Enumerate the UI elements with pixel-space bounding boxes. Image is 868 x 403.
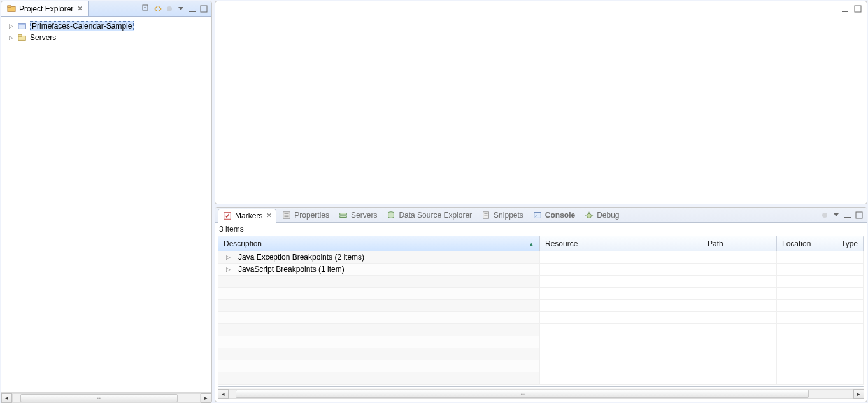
svg-rect-1 bbox=[8, 5, 11, 7]
tab-label: Debug bbox=[597, 211, 619, 220]
debug-icon bbox=[584, 210, 594, 220]
svg-rect-19 bbox=[340, 215, 347, 217]
tab-label: Markers bbox=[235, 211, 262, 220]
tree-item-label: Primefaces-Calendar-Sample bbox=[30, 21, 134, 31]
bottom-toolbar bbox=[820, 210, 864, 220]
view-menu-icon[interactable] bbox=[176, 4, 186, 14]
tab-label: Properties bbox=[294, 211, 329, 220]
table-row bbox=[218, 324, 864, 336]
maximize-icon[interactable] bbox=[854, 210, 864, 220]
snippets-icon bbox=[481, 210, 491, 220]
svg-rect-6 bbox=[201, 6, 207, 12]
col-label: Location bbox=[782, 239, 811, 248]
tab-debug[interactable]: Debug bbox=[580, 209, 623, 222]
cell-description: Java Exception Breakpoints (2 items) bbox=[238, 253, 364, 262]
svg-point-25 bbox=[587, 213, 592, 218]
editor-controls bbox=[840, 4, 863, 14]
markers-table: Description ▴ Resource Path Location Typ… bbox=[218, 236, 864, 387]
datasource-icon bbox=[386, 210, 396, 220]
tab-snippets[interactable]: Snippets bbox=[477, 209, 527, 222]
expand-icon[interactable]: ▷ bbox=[226, 254, 232, 260]
link-editor-icon[interactable] bbox=[153, 4, 163, 14]
table-row bbox=[218, 276, 864, 288]
tab-properties[interactable]: Properties bbox=[278, 209, 333, 222]
table-header: Description ▴ Resource Path Location Typ… bbox=[218, 236, 864, 251]
explorer-hscrollbar[interactable]: ◂ ▸ bbox=[1, 392, 211, 403]
svg-point-4 bbox=[167, 6, 172, 11]
scroll-left-icon[interactable]: ◂ bbox=[1, 393, 12, 403]
table-row bbox=[218, 288, 864, 300]
tab-servers[interactable]: Servers bbox=[334, 209, 381, 222]
cell-description: JavaScript Breakpoints (1 item) bbox=[238, 265, 345, 274]
col-resource[interactable]: Resource bbox=[540, 236, 702, 251]
table-row bbox=[218, 336, 864, 348]
project-explorer-tabbar: Project Explorer ✕ bbox=[1, 1, 211, 17]
expand-icon[interactable]: ▷ bbox=[9, 23, 15, 29]
explorer-icon bbox=[6, 4, 17, 14]
project-icon bbox=[17, 21, 27, 31]
minimize-icon[interactable] bbox=[187, 4, 197, 14]
maximize-icon[interactable] bbox=[853, 4, 863, 14]
svg-rect-24 bbox=[534, 212, 541, 218]
tree-item-servers[interactable]: ▷ Servers bbox=[5, 32, 211, 43]
col-label: Resource bbox=[545, 239, 578, 248]
tab-label: Snippets bbox=[494, 211, 523, 220]
editor-area bbox=[215, 1, 867, 204]
col-location[interactable]: Location bbox=[777, 236, 836, 251]
maximize-icon[interactable] bbox=[199, 4, 209, 14]
tab-datasource[interactable]: Data Source Explorer bbox=[382, 209, 476, 222]
tab-console[interactable]: Console bbox=[529, 209, 579, 222]
right-column: Markers ✕ Properties Servers Data Source… bbox=[215, 0, 868, 403]
collapse-all-icon[interactable] bbox=[141, 4, 152, 14]
project-explorer-tab[interactable]: Project Explorer ✕ bbox=[1, 1, 89, 16]
markers-icon bbox=[222, 211, 232, 221]
col-path[interactable]: Path bbox=[702, 236, 777, 251]
tab-label: Data Source Explorer bbox=[399, 211, 472, 220]
tree-item-primefaces[interactable]: ▷ Primefaces-Calendar-Sample bbox=[5, 20, 211, 32]
scroll-track[interactable] bbox=[12, 393, 201, 403]
svg-rect-10 bbox=[18, 35, 22, 37]
table-row bbox=[218, 360, 864, 372]
tab-markers[interactable]: Markers ✕ bbox=[218, 209, 276, 223]
close-icon[interactable]: ✕ bbox=[266, 211, 272, 220]
focus-task-icon[interactable] bbox=[820, 210, 830, 220]
minimize-icon[interactable] bbox=[840, 4, 850, 14]
focus-task-icon[interactable] bbox=[164, 4, 174, 14]
sort-asc-icon: ▴ bbox=[530, 241, 533, 247]
table-row[interactable]: ▷JavaScript Breakpoints (1 item) bbox=[218, 264, 864, 276]
col-label: Type bbox=[841, 239, 858, 248]
tab-label: Servers bbox=[351, 211, 377, 220]
scroll-left-icon[interactable]: ◂ bbox=[218, 389, 229, 399]
table-row bbox=[218, 348, 864, 360]
table-row bbox=[218, 372, 864, 385]
svg-rect-11 bbox=[842, 11, 848, 12]
project-tree[interactable]: ▷ Primefaces-Calendar-Sample ▷ Servers bbox=[1, 17, 211, 392]
project-explorer-tab-label: Project Explorer bbox=[19, 4, 73, 13]
project-explorer-toolbar bbox=[141, 1, 211, 16]
items-count: 3 items bbox=[215, 223, 867, 236]
scroll-thumb[interactable] bbox=[236, 390, 809, 398]
svg-rect-30 bbox=[844, 217, 851, 218]
folder-icon bbox=[17, 32, 27, 43]
col-description[interactable]: Description ▴ bbox=[218, 236, 540, 251]
table-row bbox=[218, 300, 864, 312]
col-type[interactable]: Type bbox=[836, 236, 864, 251]
svg-rect-31 bbox=[856, 212, 862, 218]
servers-icon bbox=[338, 210, 348, 220]
scroll-right-icon[interactable]: ▸ bbox=[853, 389, 864, 399]
scroll-track[interactable] bbox=[229, 389, 853, 399]
minimize-icon[interactable] bbox=[843, 210, 853, 220]
svg-point-29 bbox=[822, 213, 827, 218]
table-row[interactable]: ▷Java Exception Breakpoints (2 items) bbox=[218, 251, 864, 264]
close-icon[interactable]: ✕ bbox=[77, 4, 83, 13]
expand-icon[interactable]: ▷ bbox=[226, 266, 232, 272]
properties-icon bbox=[281, 210, 292, 220]
table-row bbox=[218, 312, 864, 324]
view-menu-icon[interactable] bbox=[831, 210, 841, 220]
markers-hscrollbar[interactable]: ◂ ▸ bbox=[218, 388, 864, 399]
svg-rect-12 bbox=[855, 6, 861, 12]
expand-icon[interactable]: ▷ bbox=[9, 34, 15, 41]
table-body: ▷Java Exception Breakpoints (2 items) ▷J… bbox=[218, 251, 864, 386]
scroll-thumb[interactable] bbox=[20, 394, 178, 402]
scroll-right-icon[interactable]: ▸ bbox=[201, 393, 211, 403]
